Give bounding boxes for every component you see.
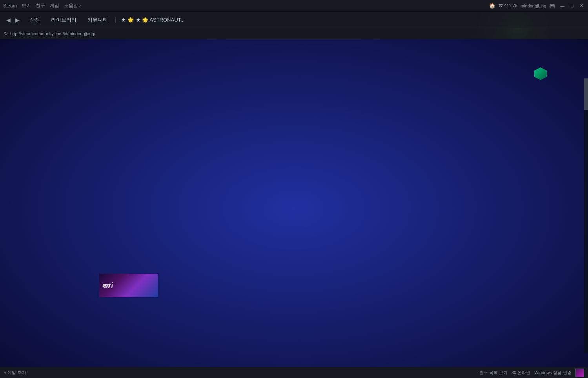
url-refresh-btn[interactable]: ↻ bbox=[4, 31, 8, 36]
url-display: http://steamcommunity.com/id/mindongjjan… bbox=[10, 31, 95, 36]
windows-label: Windows 정품 인증 bbox=[534, 370, 572, 376]
window-min[interactable]: — bbox=[559, 4, 566, 8]
artwork-thumbs: + 47 bbox=[442, 123, 473, 250]
nav-library[interactable]: 라이브러리 bbox=[46, 12, 82, 28]
back-button[interactable]: ◀ bbox=[5, 16, 12, 24]
bottombar: + 게임 추가 친구 목록 보기 80 온라인 Windows 정품 인증 bbox=[0, 367, 588, 378]
home-icon[interactable]: 🏠 bbox=[489, 3, 495, 9]
friend-list-text[interactable]: 친구 목록 보기 bbox=[479, 370, 508, 376]
nav-profile-title[interactable]: ★ 🌟 ★ 🌟 ASTRONAUT... bbox=[121, 17, 185, 23]
urlbar: ↻ http://steamcommunity.com/id/mindongjj… bbox=[0, 28, 588, 39]
menu-game[interactable]: 게임 bbox=[50, 2, 59, 9]
user-avatar-small[interactable] bbox=[575, 369, 584, 377]
username-display: mindongji..ng bbox=[521, 4, 546, 8]
scrollbar-track[interactable] bbox=[584, 78, 588, 353]
scrollbar-thumb[interactable] bbox=[584, 78, 588, 110]
menu-steam[interactable]: Steam bbox=[3, 3, 17, 9]
add-game-btn[interactable]: + 게임 추가 bbox=[4, 370, 26, 376]
nav-profile-stars: ★ 🌟 bbox=[121, 17, 134, 23]
balance: ₩ 411.78 bbox=[499, 3, 517, 8]
nav-arrows: ◀ ▶ bbox=[5, 16, 21, 24]
titlebar: Steam 보기 친구 게임 도움말 › 🏠 ₩ 411.78 mindongj… bbox=[0, 0, 588, 12]
navbar: ◀ ▶ 상점 라이브러리 커뮤니티 | ★ 🌟 ★ 🌟 ASTRONAUT... bbox=[0, 12, 588, 28]
center-content: Astro ★ 🌟 Astronaut 🌟 ★ ▼ 닉네임 : Astronau… bbox=[94, 39, 478, 378]
artwork-thumb-3[interactable] bbox=[442, 187, 473, 218]
menu-friends[interactable]: 친구 bbox=[36, 2, 45, 9]
menu-view[interactable]: 보기 bbox=[22, 2, 31, 9]
online-count: 80 온라인 bbox=[512, 370, 530, 376]
artwork-grid: Galaxy 👍 31 💬 3 bbox=[99, 123, 473, 250]
menu-help[interactable]: 도움말 › bbox=[64, 2, 81, 9]
titlebar-menu: Steam 보기 친구 게임 도움말 › bbox=[3, 2, 81, 9]
controller-icon[interactable]: 🎮 bbox=[549, 3, 555, 9]
artwork-section: 아트워크 전시대 Galaxy 👍 31 💬 3 bbox=[94, 108, 478, 254]
nav-profile-label: ★ 🌟 ASTRONAUT... bbox=[136, 17, 185, 23]
window-max[interactable]: □ bbox=[569, 4, 575, 8]
game-thumbnail[interactable]: ori bbox=[99, 274, 158, 297]
window-close[interactable]: ✕ bbox=[578, 3, 585, 8]
forward-button[interactable]: ▶ bbox=[14, 16, 21, 24]
nav-store[interactable]: 상점 bbox=[24, 12, 46, 28]
nav-community[interactable]: 커뮤니티 bbox=[82, 12, 113, 28]
titlebar-right: 🏠 ₩ 411.78 mindongji..ng 🎮 — □ ✕ bbox=[489, 3, 585, 9]
main-content: Astro ★ 🌟 Astronaut 🌟 ★ ▼ 닉네임 : Astronau… bbox=[0, 39, 588, 378]
